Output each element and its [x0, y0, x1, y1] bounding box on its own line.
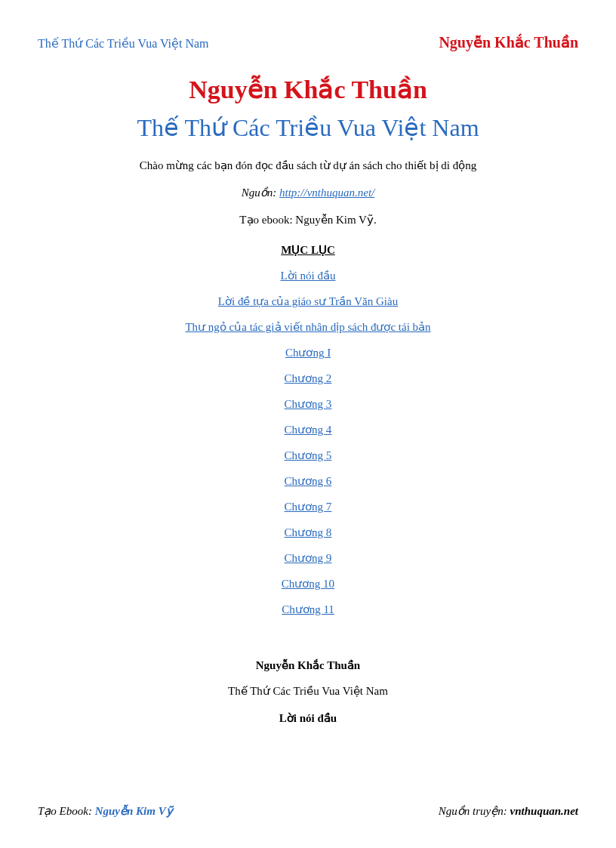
footer-creator-name: Nguyễn Kim Vỹ — [95, 805, 173, 817]
toc-link-chuong-2[interactable]: Chương 2 — [285, 372, 332, 384]
toc-link-chuong-1[interactable]: Chương I — [285, 347, 331, 359]
toc-link-thu-ngo[interactable]: Thư ngỏ của tác giả viết nhân dịp sách đ… — [185, 321, 430, 333]
toc-item: Chương I — [38, 346, 578, 359]
toc-item: Chương 3 — [38, 397, 578, 411]
toc-link-chuong-9[interactable]: Chương 9 — [285, 552, 332, 564]
toc-link-chuong-10[interactable]: Chương 10 — [282, 578, 334, 590]
page-header: Thế Thứ Các Triều Vua Việt Nam Nguyễn Kh… — [38, 33, 578, 51]
toc-item: Chương 2 — [38, 372, 578, 385]
toc-link-chuong-7[interactable]: Chương 7 — [285, 501, 332, 513]
footer-creator-label: Tạo Ebook — [38, 805, 88, 817]
toc-item: Lời đề tựa của giáo sư Trần Văn Giàu — [38, 294, 578, 308]
toc-link-loi-de-tua[interactable]: Lời đề tựa của giáo sư Trần Văn Giàu — [218, 295, 398, 307]
toc-link-chuong-6[interactable]: Chương 6 — [285, 475, 332, 487]
toc-header: MỤC LỤC — [38, 243, 578, 257]
spacer — [38, 628, 578, 658]
toc-link-chuong-8[interactable]: Chương 8 — [285, 526, 332, 538]
toc-item: Thư ngỏ của tác giả viết nhân dịp sách đ… — [38, 320, 578, 334]
toc-item: Chương 11 — [38, 603, 578, 616]
footer-right: Nguồn truyện: vnthuquan.net — [439, 804, 578, 818]
title-book: Thế Thứ Các Triều Vua Việt Nam — [38, 113, 578, 142]
page-footer: Tạo Ebook: Nguyễn Kim Vỹ Nguồn truyện: v… — [38, 804, 578, 818]
toc-item: Chương 7 — [38, 500, 578, 513]
toc-link-chuong-11[interactable]: Chương 11 — [282, 603, 334, 615]
toc-item: Chương 10 — [38, 577, 578, 591]
toc-item: Chương 6 — [38, 474, 578, 488]
toc-item: Chương 5 — [38, 449, 578, 462]
toc-link-chuong-5[interactable]: Chương 5 — [285, 449, 332, 461]
section-book-title: Thế Thứ Các Triều Vua Việt Nam — [38, 684, 578, 698]
intro-text: Chào mừng các bạn đón đọc đầu sách từ dự… — [38, 159, 578, 172]
toc-item: Lời nói đầu — [38, 269, 578, 282]
section-heading: Lời nói đầu — [38, 711, 578, 725]
source-label: Nguồn: — [242, 187, 279, 199]
toc-link-loi-noi-dau[interactable]: Lời nói đầu — [281, 270, 336, 282]
source-link[interactable]: http://vnthuquan.net/ — [279, 187, 374, 199]
header-book-title: Thế Thứ Các Triều Vua Việt Nam — [38, 36, 209, 51]
toc-item: Chương 4 — [38, 423, 578, 436]
toc-link-chuong-4[interactable]: Chương 4 — [285, 424, 332, 436]
footer-source-value: vnthuquan.net — [510, 805, 578, 817]
header-author-name: Nguyễn Khắc Thuần — [439, 33, 578, 51]
toc-link-chuong-3[interactable]: Chương 3 — [285, 398, 332, 410]
toc-item: Chương 9 — [38, 551, 578, 565]
footer-source-label: Nguồn truyện — [439, 805, 504, 817]
footer-left: Tạo Ebook: Nguyễn Kim Vỹ — [38, 804, 173, 818]
title-author: Nguyễn Khắc Thuần — [38, 74, 578, 104]
toc-item: Chương 8 — [38, 526, 578, 539]
source-line: Nguồn: http://vnthuquan.net/ — [38, 186, 578, 199]
ebook-creator: Tạo ebook: Nguyễn Kim Vỹ. — [38, 213, 578, 227]
document-body: Nguyễn Khắc Thuần Thế Thứ Các Triều Vua … — [38, 74, 578, 804]
section-author: Nguyễn Khắc Thuần — [38, 658, 578, 672]
